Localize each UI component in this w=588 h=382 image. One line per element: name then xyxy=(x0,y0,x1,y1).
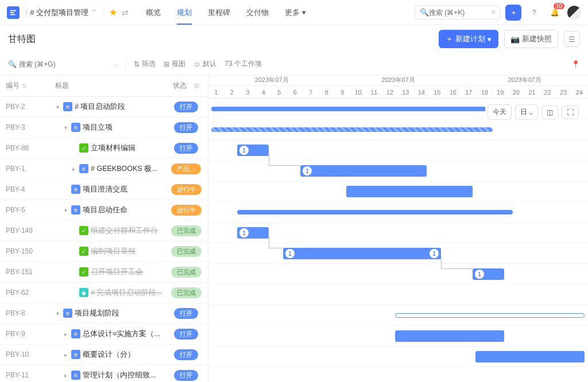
tab-4[interactable]: 更多 ▾ xyxy=(285,0,306,25)
col-status-header[interactable]: 状态⚙ xyxy=(164,81,208,91)
day-header: 18 xyxy=(477,86,493,98)
gantt-bar[interactable] xyxy=(395,313,585,318)
day-header: 17 xyxy=(461,86,477,98)
gantt-bar[interactable]: 11 xyxy=(283,248,441,259)
status-badge[interactable]: 打开 xyxy=(174,122,198,133)
gantt-bar[interactable]: 1 xyxy=(473,268,504,280)
gantt-bar[interactable] xyxy=(395,330,504,342)
gantt-row: 1 xyxy=(208,264,588,284)
task-type-icon: ≡ xyxy=(71,185,80,194)
expand-icon[interactable]: ▸ xyxy=(62,372,69,379)
expand-icon[interactable]: ▸ xyxy=(70,166,77,172)
filter-button[interactable]: ⇅筛选 xyxy=(134,59,156,69)
table-row[interactable]: PBY-9 ▸≡总体设计=实施方案（... 打开 xyxy=(0,324,208,345)
search-input[interactable] xyxy=(429,9,491,17)
status-badge[interactable]: 打开 xyxy=(174,102,198,112)
table-row[interactable]: PBY-4 ≡项目澄清交底 进行中 xyxy=(0,180,208,200)
row-title: 项目澄清交底 xyxy=(83,185,127,194)
expand-icon[interactable]: ▸ xyxy=(62,352,69,358)
table-row[interactable]: PBY-151 ✓召开项目开工会 已完成 xyxy=(0,262,208,283)
col-id-header[interactable]: 编号⇅ xyxy=(0,81,52,91)
expand-icon[interactable]: ▾ xyxy=(54,104,61,110)
col-title-header[interactable]: 标题 xyxy=(52,81,164,91)
expand-icon[interactable]: ▾ xyxy=(54,310,61,317)
status-badge[interactable]: 已完成 xyxy=(171,267,202,278)
project-name[interactable]: # 交付型项目管理 xyxy=(30,7,88,18)
avatar[interactable] xyxy=(567,6,581,20)
table-row[interactable]: PBY-8 ▾≡项目规划阶段 打开 xyxy=(0,303,208,324)
expand-icon[interactable]: ▸ xyxy=(62,331,69,337)
row-title: 项目规划阶段 xyxy=(75,309,119,318)
task-search[interactable]: 🔍⌵ xyxy=(8,60,117,68)
day-scale-button[interactable]: 日 ⌵ xyxy=(515,104,538,120)
project-dropdown-icon[interactable]: ⌃ xyxy=(91,8,97,17)
table-row[interactable]: PBY-149 ✓组建交付群和工作台 已完成 xyxy=(0,221,208,241)
table-row[interactable]: PBY-88 ✓立项材料编辑 打开 xyxy=(0,138,208,159)
list-settings-icon[interactable]: ☰ xyxy=(564,31,580,47)
table-row[interactable]: PBY-1 ▸≡# GEEKBOOKS 极... 产品... xyxy=(0,159,208,180)
gantt-bar[interactable]: 1 xyxy=(237,227,269,239)
page-title: 甘特图 xyxy=(8,33,36,45)
default-button[interactable]: ☺默认 xyxy=(194,59,216,69)
gantt-bar[interactable] xyxy=(475,351,585,362)
split-icon[interactable]: ◫ xyxy=(541,106,558,119)
gantt-bar[interactable]: 1 xyxy=(300,165,427,177)
status-badge[interactable]: 产品... xyxy=(171,163,200,174)
swap-icon[interactable]: ⇄ xyxy=(122,8,129,17)
gantt-bar[interactable]: 1 xyxy=(237,145,269,156)
table-row[interactable]: PBY-10 ▸≡概要设计（分） 打开 xyxy=(0,345,208,365)
status-badge[interactable]: 已完成 xyxy=(171,225,202,236)
status-badge[interactable]: 已完成 xyxy=(171,287,202,298)
star-icon[interactable]: ★ xyxy=(109,7,117,18)
table-row[interactable]: PBY-3 ▾≡项目立项 打开 xyxy=(0,118,208,138)
location-icon[interactable]: 📍 xyxy=(571,60,580,68)
day-header: 21 xyxy=(524,86,540,98)
gantt-bar[interactable] xyxy=(211,107,487,111)
notification-icon[interactable]: 🔔10 xyxy=(547,5,563,21)
task-type-icon: ≡ xyxy=(71,123,80,132)
day-header: 8 xyxy=(319,86,335,98)
day-header: 9 xyxy=(335,86,351,98)
table-row[interactable]: PBY-2 ▾≡# 项目启动阶段 打开 xyxy=(0,97,208,118)
new-snapshot-button[interactable]: 📷新建快照 xyxy=(504,30,558,48)
table-row[interactable]: PBY-11 ▸≡管理计划（内控细致... 打开 xyxy=(0,365,208,382)
filter-bars-icon[interactable]: ≡ xyxy=(491,8,496,17)
tab-3[interactable]: 交付物 xyxy=(246,0,269,25)
today-button[interactable]: 今天 xyxy=(488,104,512,120)
row-id: PBY-4 xyxy=(0,185,52,193)
status-badge[interactable]: 打开 xyxy=(174,143,198,154)
row-title: 组建交付群和工作台 xyxy=(91,226,158,236)
add-button[interactable]: ＋ xyxy=(505,5,521,21)
fullscreen-icon[interactable]: ⛶ xyxy=(562,106,579,119)
gantt-bar[interactable] xyxy=(237,210,513,215)
status-badge[interactable]: 打开 xyxy=(174,329,198,340)
status-badge[interactable]: 已完成 xyxy=(171,246,202,257)
tab-0[interactable]: 概览 xyxy=(146,0,161,25)
row-id: PBY-1 xyxy=(0,165,52,173)
table-row[interactable]: PBY-62 ◆# 完成项目启动阶段... 已完成 xyxy=(0,283,208,303)
table-row[interactable]: PBY-5 ▾≡项目启动任命 进行中 xyxy=(0,200,208,221)
expand-icon[interactable]: ▾ xyxy=(62,207,69,213)
chevron-down-icon[interactable]: ⌵ xyxy=(113,60,117,68)
gantt-bar[interactable] xyxy=(211,127,493,132)
month-label: 2023年07月 xyxy=(208,76,335,85)
status-badge[interactable]: 进行中 xyxy=(171,205,202,216)
gantt-row xyxy=(208,284,588,305)
status-badge[interactable]: 打开 xyxy=(174,349,198,360)
tab-1[interactable]: 规划 xyxy=(177,0,192,25)
expand-icon[interactable]: ▾ xyxy=(62,124,69,131)
status-badge[interactable]: 打开 xyxy=(174,308,198,319)
status-badge[interactable]: 打开 xyxy=(174,370,198,381)
new-plan-button[interactable]: ＋新建计划▾ xyxy=(439,30,498,48)
day-header: 20 xyxy=(509,86,525,98)
day-header: 5 xyxy=(272,86,288,98)
tab-2[interactable]: 里程碑 xyxy=(208,0,230,25)
status-badge[interactable]: 进行中 xyxy=(171,184,202,195)
table-row[interactable]: PBY-150 ✓编制项目章程 已完成 xyxy=(0,241,208,262)
gantt-bar[interactable] xyxy=(346,186,473,197)
view-button[interactable]: ⊞视图 xyxy=(164,59,185,69)
gear-icon[interactable]: ⚙ xyxy=(194,82,200,90)
gantt-row xyxy=(208,119,588,140)
help-icon[interactable]: ? xyxy=(526,5,542,21)
global-search[interactable]: 🔍 ≡ xyxy=(415,5,501,20)
